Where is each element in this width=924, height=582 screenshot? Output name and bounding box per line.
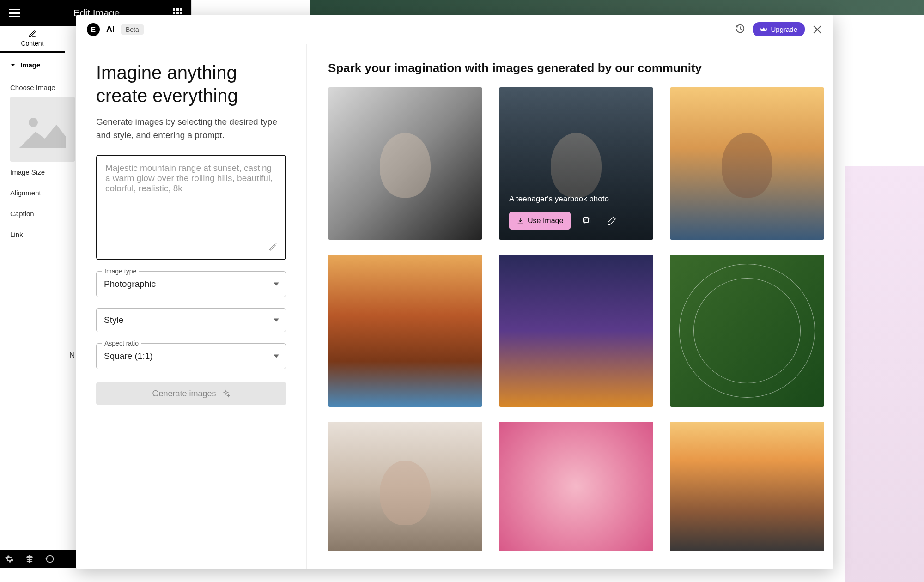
image-type-label: Image type [102, 267, 139, 275]
section-image-label: Image [20, 61, 40, 69]
prompt-subheading: Generate images by selecting the desired… [96, 115, 286, 142]
image-placeholder[interactable] [10, 97, 75, 162]
image-type-value: Photographic [104, 279, 156, 289]
beta-badge: Beta [121, 24, 144, 35]
aspect-ratio-label: Aspect ratio [102, 340, 141, 347]
chevron-down-icon [274, 355, 279, 358]
modal-history-icon[interactable] [735, 24, 745, 36]
edit-icon[interactable] [603, 212, 620, 230]
elementor-logo-icon: E [87, 23, 100, 36]
image-type-select[interactable]: Image type Photographic [96, 271, 286, 297]
sparkle-icon [222, 389, 230, 398]
style-select[interactable]: Style [96, 308, 286, 332]
use-image-button[interactable]: Use Image [509, 212, 571, 230]
gallery-image-1[interactable] [328, 87, 482, 240]
style-value: Style [104, 315, 123, 325]
image-size-label: Image Size [10, 168, 45, 176]
generate-label: Generate images [152, 389, 216, 399]
n-marker: N [69, 351, 75, 360]
gallery-heading: Spark your imagination with images gener… [328, 61, 812, 75]
gallery-image-3[interactable] [670, 87, 824, 240]
upgrade-button[interactable]: Upgrade [753, 22, 805, 36]
close-icon[interactable] [812, 24, 822, 35]
navigator-icon[interactable] [25, 554, 34, 564]
generate-images-button[interactable]: Generate images [96, 382, 286, 405]
gallery-image-5[interactable] [499, 255, 653, 407]
tab-content-label: Content [21, 40, 43, 47]
download-icon [517, 217, 524, 224]
svg-rect-4 [584, 218, 589, 223]
magic-wand-icon[interactable] [267, 242, 279, 254]
crown-icon [760, 26, 767, 33]
placeholder-icon [19, 111, 66, 148]
ai-label: AI [106, 24, 115, 34]
tab-content[interactable]: Content [0, 26, 65, 53]
hamburger-icon[interactable] [9, 9, 20, 17]
settings-icon[interactable] [5, 554, 14, 564]
prompt-box [96, 155, 286, 260]
gallery-image-6[interactable] [670, 255, 824, 407]
modal-body: Imagine anything create everything Gener… [76, 44, 833, 569]
link-label: Link [10, 230, 23, 238]
gallery-image-8[interactable] [499, 422, 653, 551]
page-bg-top [310, 0, 924, 15]
use-image-label: Use Image [528, 217, 563, 225]
pencil-icon [28, 30, 36, 38]
upgrade-label: Upgrade [771, 25, 797, 33]
caption-label: Caption [10, 210, 34, 218]
gallery-grid: A teenager's yearbook photo Use Image [328, 87, 812, 551]
history-icon[interactable] [45, 554, 55, 564]
modal-header: E AI Beta Upgrade [76, 15, 833, 44]
chevron-down-icon [274, 319, 279, 322]
ai-modal: E AI Beta Upgrade Imagine anything creat… [76, 15, 833, 569]
page-bg-right [845, 166, 924, 582]
image-hover-overlay: A teenager's yearbook photo Use Image [499, 87, 653, 240]
svg-point-0 [29, 118, 38, 127]
gallery-image-2[interactable]: A teenager's yearbook photo Use Image [499, 87, 653, 240]
prompt-panel: Imagine anything create everything Gener… [76, 44, 307, 569]
caret-down-icon [10, 62, 16, 68]
copy-icon[interactable] [578, 212, 596, 230]
aspect-ratio-select[interactable]: Aspect ratio Square (1:1) [96, 343, 286, 369]
gallery-image-9[interactable] [670, 422, 824, 551]
gallery-image-7[interactable] [328, 422, 482, 551]
gallery-panel: Spark your imagination with images gener… [307, 44, 833, 569]
prompt-input[interactable] [105, 163, 277, 232]
gallery-image-4[interactable] [328, 255, 482, 407]
prompt-heading: Imagine anything create everything [96, 61, 286, 107]
svg-rect-3 [585, 219, 590, 224]
aspect-ratio-value: Square (1:1) [104, 351, 153, 361]
image-caption: A teenager's yearbook photo [509, 194, 643, 204]
chevron-down-icon [274, 283, 279, 286]
alignment-label: Alignment [10, 189, 41, 197]
